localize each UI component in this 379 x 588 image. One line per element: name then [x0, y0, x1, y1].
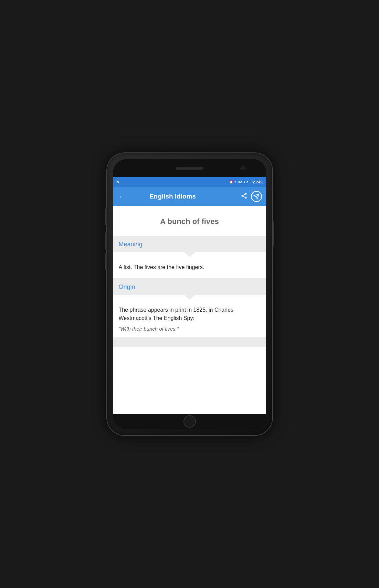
- battery-icon: ▪: [250, 180, 251, 184]
- idiom-title-section: A bunch of fives: [113, 206, 266, 236]
- app-bar: ← English Idioms: [113, 187, 266, 206]
- edge-icon: E✗: [244, 180, 249, 184]
- origin-content: The phrase appears in print in 1825, in …: [113, 300, 266, 337]
- app-title: English Idioms: [130, 193, 216, 200]
- origin-quote: "With their bunch of fives.": [119, 325, 261, 333]
- screen: N ⏰ ▾ G✗ E✗ ▪ 21:49 ← English Idioms: [113, 177, 266, 414]
- status-time: 21:49: [253, 180, 262, 184]
- speaker-grille: [176, 167, 203, 170]
- gsm-icon: G✗: [238, 180, 243, 184]
- bottom-bezel: [113, 414, 266, 429]
- idiom-title: A bunch of fives: [120, 217, 259, 226]
- origin-text: The phrase appears in print in 1825, in …: [119, 306, 261, 322]
- phone-device: N ⏰ ▾ G✗ E✗ ▪ 21:49 ← English Idioms: [107, 153, 272, 435]
- svg-line-4: [243, 194, 245, 195]
- content-area: A bunch of fives Meaning A fist. The fiv…: [113, 206, 266, 414]
- origin-label: Origin: [119, 284, 261, 291]
- svg-point-1: [241, 195, 243, 196]
- telegram-icon: [253, 193, 260, 200]
- top-bezel: [113, 159, 266, 177]
- telegram-button[interactable]: [251, 191, 262, 202]
- svg-point-0: [245, 193, 246, 194]
- meaning-content: A fist. The fives are the five fingers.: [113, 257, 266, 279]
- share-icon: [241, 192, 248, 199]
- meaning-chevron: [184, 252, 195, 257]
- share-button[interactable]: [239, 191, 249, 202]
- origin-header: Origin: [113, 279, 266, 295]
- meaning-header: Meaning: [113, 236, 266, 252]
- back-button[interactable]: ←: [117, 192, 127, 201]
- status-bar: N ⏰ ▾ G✗ E✗ ▪ 21:49: [113, 177, 266, 187]
- footer-section: [113, 337, 266, 347]
- wifi-icon: ▾: [234, 180, 236, 184]
- meaning-label: Meaning: [119, 241, 261, 248]
- home-button[interactable]: [183, 415, 196, 428]
- meaning-text: A fist. The fives are the five fingers.: [119, 263, 261, 271]
- status-left: N: [117, 180, 119, 184]
- svg-line-3: [243, 196, 245, 197]
- notification-icon: N: [117, 180, 119, 184]
- svg-point-2: [245, 197, 246, 199]
- toolbar-actions: [239, 191, 262, 202]
- status-right: ⏰ ▾ G✗ E✗ ▪ 21:49: [229, 180, 262, 184]
- phone-screen-container: N ⏰ ▾ G✗ E✗ ▪ 21:49 ← English Idioms: [113, 159, 266, 429]
- front-camera: [241, 166, 245, 170]
- origin-chevron: [184, 295, 195, 300]
- alarm-icon: ⏰: [229, 180, 233, 184]
